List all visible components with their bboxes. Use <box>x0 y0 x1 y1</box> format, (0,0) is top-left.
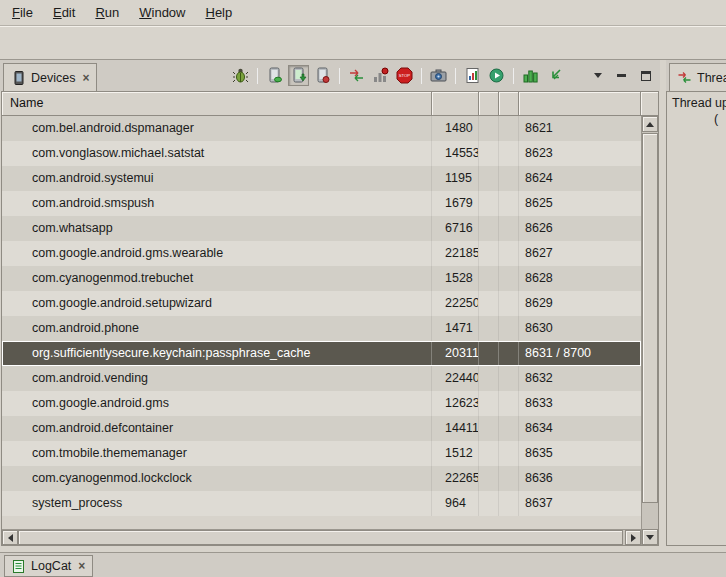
devices-view: Devices × STOP <box>0 60 660 552</box>
close-icon[interactable]: × <box>78 559 85 573</box>
spacer-cell <box>479 316 499 341</box>
menu-window[interactable]: Window <box>129 2 195 23</box>
process-port: 8623 <box>519 141 641 166</box>
column-header-pid[interactable] <box>432 92 479 116</box>
table-row[interactable]: com.whatsapp 6716 8626 <box>2 216 641 241</box>
process-pid: 1195 <box>432 166 479 191</box>
table-row[interactable]: com.tmobile.thememanager 1512 8635 <box>2 441 641 466</box>
table-row[interactable]: com.android.phone 1471 8630 <box>2 316 641 341</box>
menu-file[interactable]: File <box>2 2 43 23</box>
spacer-cell <box>479 266 499 291</box>
tab-threads[interactable]: Threads <box>669 63 726 91</box>
threads-view: Threads Thread up ( <box>666 60 726 552</box>
update-threads-icon[interactable] <box>346 65 367 86</box>
process-port: 8624 <box>519 166 641 191</box>
process-name: com.google.android.setupwizard <box>2 291 432 316</box>
spacer-cell <box>499 416 519 441</box>
process-name: com.android.defcontainer <box>2 416 432 441</box>
menu-help[interactable]: Help <box>195 2 242 23</box>
table-row[interactable]: com.cyanogenmod.trebuchet 1528 8628 <box>2 266 641 291</box>
table-row[interactable]: com.android.smspush 1679 8625 <box>2 191 641 216</box>
toolbar-separator <box>513 68 514 84</box>
device-tab-icon <box>11 70 26 86</box>
column-header-spacer[interactable] <box>479 92 499 116</box>
process-name: com.google.android.gms.wearable <box>2 241 432 266</box>
spacer-cell <box>479 341 499 366</box>
table-row[interactable]: com.google.android.gms.wearable 22185 86… <box>2 241 641 266</box>
process-name: com.android.smspush <box>2 191 432 216</box>
table-row[interactable]: org.sufficientlysecure.keychain:passphra… <box>2 341 641 366</box>
toolbar-separator <box>257 68 258 84</box>
process-pid: 1471 <box>432 316 479 341</box>
screen-capture-icon[interactable] <box>428 65 449 86</box>
process-name: com.android.phone <box>2 316 432 341</box>
process-name: com.android.systemui <box>2 166 432 191</box>
debug-icon[interactable] <box>230 65 251 86</box>
table-row[interactable]: com.android.vending 22440 8632 <box>2 366 641 391</box>
table-row[interactable]: com.google.android.setupwizard 22250 862… <box>2 291 641 316</box>
capture-arrows-icon[interactable] <box>544 65 565 86</box>
menu-run[interactable]: Run <box>85 2 129 23</box>
table-header: Name <box>2 92 658 116</box>
table-row[interactable]: com.vonglasow.michael.satstat 14553 8623 <box>2 141 641 166</box>
process-port: 8631 / 8700 <box>519 341 641 366</box>
horizontal-scrollbar[interactable] <box>2 529 641 545</box>
close-icon[interactable]: × <box>82 71 89 85</box>
process-port: 8635 <box>519 441 641 466</box>
scroll-left-icon[interactable] <box>2 530 18 545</box>
table-row[interactable]: system_process 964 8637 <box>2 491 641 516</box>
threads-message-line1: Thread up <box>672 96 726 110</box>
process-name: com.cyanogenmod.lockclock <box>2 466 432 491</box>
system-info-icon[interactable] <box>462 65 483 86</box>
devices-table: Name com.bel.android.dspmanager 1480 862… <box>1 91 659 546</box>
tab-devices[interactable]: Devices × <box>3 63 97 91</box>
table-row[interactable]: com.bel.android.dspmanager 1480 8621 <box>2 116 641 141</box>
spacer-cell <box>499 466 519 491</box>
menu-edit[interactable]: Edit <box>43 2 85 23</box>
menubar: File Edit Run Window Help <box>0 0 726 26</box>
capture-state-icon[interactable] <box>486 65 507 86</box>
scroll-up-icon[interactable] <box>642 116 658 132</box>
minimize-icon[interactable] <box>611 65 632 86</box>
process-pid: 22185 <box>432 241 479 266</box>
process-name: com.vonglasow.michael.satstat <box>2 141 432 166</box>
process-port: 8629 <box>519 291 641 316</box>
table-row[interactable]: com.android.defcontainer 14411 8634 <box>2 416 641 441</box>
spacer-cell <box>479 391 499 416</box>
process-pid: 22250 <box>432 291 479 316</box>
table-row[interactable]: com.cyanogenmod.lockclock 22265 8636 <box>2 466 641 491</box>
update-heap-icon[interactable] <box>264 65 285 86</box>
maximize-icon[interactable] <box>635 65 656 86</box>
vertical-scroll-thumb[interactable] <box>642 133 658 503</box>
process-name: com.whatsapp <box>2 216 432 241</box>
process-pid: 14411 <box>432 416 479 441</box>
table-row[interactable]: com.google.android.gms 12623 8633 <box>2 391 641 416</box>
column-header-name[interactable]: Name <box>2 92 432 116</box>
start-method-profiling-icon[interactable] <box>370 65 391 86</box>
table-row[interactable]: com.android.systemui 1195 8624 <box>2 166 641 191</box>
spacer-cell <box>479 291 499 316</box>
column-header-port[interactable] <box>519 92 641 116</box>
process-pid: 22265 <box>432 466 479 491</box>
spacer-cell <box>479 466 499 491</box>
dump-hprof-icon[interactable] <box>288 65 309 86</box>
spacer-cell <box>479 166 499 191</box>
process-port: 8625 <box>519 191 641 216</box>
hierarchy-columns-icon[interactable] <box>520 65 541 86</box>
process-port: 8628 <box>519 266 641 291</box>
cause-gc-icon[interactable] <box>312 65 333 86</box>
spacer-cell <box>499 216 519 241</box>
vertical-scrollbar[interactable] <box>641 116 658 545</box>
svg-text:STOP: STOP <box>399 73 411 78</box>
stop-process-icon[interactable]: STOP <box>394 65 415 86</box>
column-header-spacer[interactable] <box>499 92 519 116</box>
horizontal-scroll-thumb[interactable] <box>18 530 623 545</box>
spacer-cell <box>479 141 499 166</box>
scroll-down-icon[interactable] <box>642 529 658 545</box>
threads-message-line2: ( <box>714 112 718 126</box>
toolbar-separator <box>421 68 422 84</box>
tab-label: Threads <box>697 71 726 85</box>
tab-logcat[interactable]: LogCat × <box>4 555 93 577</box>
view-menu-icon[interactable] <box>587 65 608 86</box>
scroll-right-icon[interactable] <box>625 530 641 545</box>
